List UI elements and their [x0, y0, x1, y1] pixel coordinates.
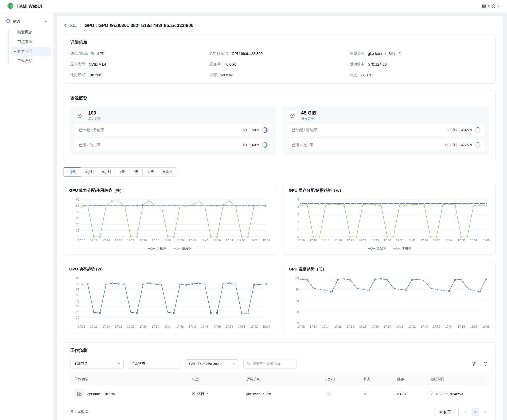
svg-text:17:18: 17:18	[334, 239, 342, 242]
legend-item-alloc[interactable]: 分配率	[368, 246, 386, 251]
resource-row-value: 49/49%	[243, 142, 268, 148]
detail-label: GPU UUID:	[210, 52, 229, 56]
svg-text:17:34: 17:34	[384, 239, 391, 242]
column-header-1: 状态	[188, 373, 242, 385]
status-filter-select[interactable]: 全部状态	[128, 359, 181, 368]
time-tab-1d[interactable]: 1天	[115, 167, 129, 176]
sidebar-item-compute-management[interactable]: 算力管理	[11, 47, 51, 56]
app-logo-icon	[7, 2, 14, 10]
time-tab-1h[interactable]: 1小时	[64, 167, 81, 176]
legend-marker-icon	[368, 247, 375, 250]
svg-text:0: 0	[297, 235, 299, 238]
svg-text:5: 5	[297, 198, 299, 201]
resource-row-label: 已分配 / 分配率	[292, 128, 317, 132]
legend-marker-icon	[393, 247, 400, 250]
chevron-down-icon	[233, 362, 236, 365]
svg-text:0: 0	[78, 321, 79, 325]
time-tab-30d[interactable]: 30天	[142, 167, 158, 176]
workload-search-input[interactable]	[253, 362, 293, 366]
resource-panel-head: 45 GiB 显存总量	[287, 110, 485, 121]
detail-gpu-uuid: GPU UUID:GPU-f9cd...23f800	[210, 51, 350, 57]
workload-row[interactable]: gpuburn-...-lb77m 运行中 gke-kant...e-3fln …	[70, 385, 489, 403]
external-link-icon[interactable]	[397, 52, 401, 56]
time-range-tabs: 1小时3小时6小时1天7天30天自定义	[64, 167, 496, 176]
resource-overview-card: 资源概览 100 算力总量 已分配 / 分配率 50/50% 已用 / 使用率 …	[64, 90, 496, 161]
svg-text:18:02: 18:02	[470, 239, 477, 242]
svg-text:17:38: 17:38	[396, 239, 403, 242]
svg-text:18:02: 18:02	[250, 239, 258, 242]
svg-text:17:54: 17:54	[445, 325, 453, 328]
workload-status: 运行中	[192, 391, 208, 396]
workloads-filters: 全部节点 全部状态 GPU-f9cd036c-382...	[70, 359, 489, 368]
brand: HAMi WebUI	[7, 2, 42, 10]
svg-text:17:58: 17:58	[238, 325, 245, 328]
svg-text:17:26: 17:26	[139, 239, 147, 242]
detail-driver-version: 驱动版本:570.124.06	[349, 61, 489, 67]
column-settings-icon	[472, 362, 476, 366]
detail-gpu-type: 显卡类型:NVIDIA L4	[70, 61, 210, 67]
time-tab-7d[interactable]: 7天	[129, 167, 143, 176]
sidebar-menu: 集群概览节点管理算力管理工作负载	[8, 28, 51, 66]
chevron-down-icon	[497, 5, 500, 8]
svg-text:20: 20	[76, 310, 79, 313]
column-settings-button[interactable]	[470, 360, 478, 367]
svg-text:17:26: 17:26	[139, 325, 147, 328]
language-selector[interactable]: 中文	[482, 4, 500, 9]
arrow-left-icon	[64, 23, 67, 28]
chart-legend: 分配率使用率	[69, 246, 271, 251]
sidebar-item-node-management[interactable]: 节点管理	[11, 37, 51, 47]
sidebar-item-workloads[interactable]: 工作负载	[11, 56, 51, 66]
node-filter-select[interactable]: 全部节点	[70, 359, 124, 368]
svg-text:80: 80	[296, 277, 299, 280]
sidebar-section-resources[interactable]: 资源	[3, 17, 51, 26]
svg-text:17:46: 17:46	[201, 239, 209, 242]
prev-page-button[interactable]	[461, 408, 469, 416]
detail-label: 功率:	[210, 73, 219, 77]
page-size-select[interactable]: 10 条/页	[435, 408, 459, 416]
workload-name[interactable]: gpuburn-...-lb77m	[87, 392, 115, 396]
time-tab-custom[interactable]: 自定义	[158, 167, 177, 176]
svg-text:2: 2	[297, 220, 299, 223]
svg-text:18:06: 18:06	[263, 239, 270, 242]
svg-text:17:22: 17:22	[347, 239, 354, 242]
svg-text:40: 40	[76, 210, 79, 213]
svg-text:17:34: 17:34	[164, 239, 171, 242]
chart-plot: 010203040506017:0617:1017:1417:1817:2217…	[69, 196, 271, 245]
column-header-3: vGPU	[322, 373, 359, 385]
workloads-card: 工作负载 全部节点 全部状态 GPU-f9cd036c-382...	[64, 342, 496, 420]
svg-text:17:58: 17:58	[458, 325, 465, 328]
detail-value: 正常	[96, 51, 104, 56]
detail-value: 77.0 °C	[360, 73, 373, 77]
gpu-filter-select[interactable]: GPU-f9cd036c-382...	[186, 359, 239, 368]
legend-item-alloc[interactable]: 分配率	[148, 246, 166, 251]
svg-text:80: 80	[76, 277, 79, 280]
svg-text:18:02: 18:02	[250, 325, 258, 328]
svg-text:17:58: 17:58	[458, 239, 465, 242]
svg-text:17:18: 17:18	[115, 239, 122, 242]
legend-item-usage[interactable]: 使用率	[393, 246, 411, 251]
time-tab-3h[interactable]: 3小时	[81, 167, 98, 176]
back-button[interactable]: 返回	[64, 23, 77, 28]
chart-title: GPU 温度趋势（℃）	[289, 267, 490, 272]
chart-compute-trend: GPU 算力分配/使用趋势（%）010203040506017:0617:101…	[64, 183, 276, 255]
time-tab-6h[interactable]: 6小时	[98, 167, 115, 176]
svg-text:17:06: 17:06	[78, 325, 85, 328]
legend-item-usage[interactable]: 使用率	[173, 246, 192, 251]
svg-text:17:38: 17:38	[176, 325, 184, 328]
chart-plot: 01234517:0617:1017:1417:1817:2217:2617:3…	[289, 196, 490, 245]
workload-compute: 50	[359, 385, 393, 403]
svg-text:17:14: 17:14	[322, 325, 330, 328]
workload-memory: 2 GiB	[393, 385, 426, 403]
detail-value: 570.124.06	[368, 62, 387, 66]
refresh-button[interactable]	[482, 360, 489, 367]
detail-value: gke-kant...e-3fln	[368, 52, 395, 56]
svg-text:17:18: 17:18	[115, 325, 122, 328]
sidebar-item-cluster-overview[interactable]: 集群概览	[11, 28, 51, 37]
workloads-table-header: 工作负载状态所属节点vGPU算力显存创建时间	[70, 373, 489, 385]
legend-label: 使用率	[182, 246, 192, 251]
page-1-button[interactable]: 1	[471, 408, 479, 416]
resource-panel-compute: 100 算力总量 已分配 / 分配率 50/50% 已用 / 使用率 49/49…	[70, 107, 276, 155]
next-page-button[interactable]	[482, 408, 489, 416]
svg-text:17:46: 17:46	[421, 325, 428, 328]
detail-value-badge: default	[89, 72, 103, 78]
